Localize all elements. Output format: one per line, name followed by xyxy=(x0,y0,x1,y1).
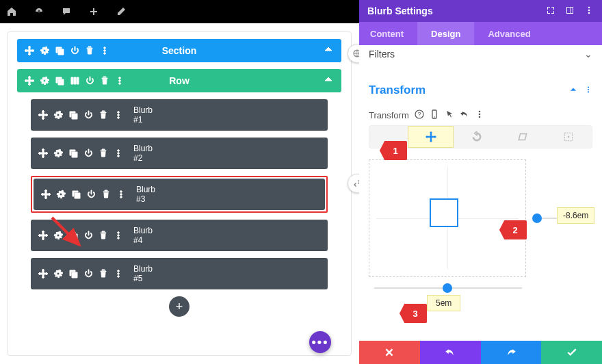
more-icon[interactable] xyxy=(113,148,124,159)
more-icon[interactable] xyxy=(113,268,124,279)
tab-content[interactable]: Content xyxy=(359,22,417,45)
module-item[interactable]: Blurb#3 xyxy=(31,176,328,213)
edit-icon[interactable] xyxy=(114,4,129,19)
x-offset-value[interactable]: -8.6em xyxy=(557,207,594,224)
move-icon[interactable] xyxy=(38,268,49,279)
gear-icon[interactable] xyxy=(39,75,50,86)
row-bar[interactable]: Row xyxy=(17,69,341,92)
slider-thumb[interactable] xyxy=(443,283,452,293)
tab-design[interactable]: Design xyxy=(417,22,474,45)
move-icon[interactable] xyxy=(24,45,35,56)
expand-icon[interactable] xyxy=(546,5,555,17)
transform-heading: Transform xyxy=(369,83,426,97)
columns-icon[interactable] xyxy=(69,75,80,86)
trash-icon[interactable] xyxy=(98,148,109,159)
undo-button[interactable] xyxy=(420,341,481,364)
duplicate-icon[interactable] xyxy=(68,109,79,120)
dock-icon[interactable] xyxy=(565,5,575,17)
more-icon[interactable] xyxy=(99,45,110,56)
gear-icon[interactable] xyxy=(39,45,50,56)
module-item[interactable]: Blurb#1 xyxy=(31,99,328,131)
move-icon[interactable] xyxy=(24,75,35,86)
trash-icon[interactable] xyxy=(98,230,109,241)
more-icon[interactable] xyxy=(584,5,594,17)
power-icon[interactable] xyxy=(83,230,94,241)
power-icon[interactable] xyxy=(86,189,96,200)
save-button[interactable] xyxy=(541,341,602,364)
power-icon[interactable] xyxy=(83,109,94,120)
module-bar[interactable]: Blurb#4 xyxy=(31,220,328,251)
power-icon[interactable] xyxy=(84,75,95,86)
builder-menu-button[interactable]: ••• xyxy=(309,331,331,353)
collapse-icon[interactable] xyxy=(324,44,333,57)
duplicate-icon[interactable] xyxy=(54,45,65,56)
more-icon[interactable] xyxy=(116,189,127,200)
add-module-button[interactable]: + xyxy=(169,296,189,317)
discard-button[interactable] xyxy=(359,341,420,364)
home-icon[interactable] xyxy=(4,4,19,19)
module-bar[interactable]: Blurb#5 xyxy=(31,258,328,289)
module-bar[interactable]: Blurb#2 xyxy=(31,138,328,169)
power-icon[interactable] xyxy=(83,268,94,279)
hover-icon[interactable] xyxy=(445,109,454,121)
responsive-icon[interactable] xyxy=(430,109,439,121)
duplicate-icon[interactable] xyxy=(68,148,79,159)
gear-icon[interactable] xyxy=(53,230,64,241)
trash-icon[interactable] xyxy=(99,75,110,86)
move-icon[interactable] xyxy=(38,148,49,159)
transform-canvas[interactable] xyxy=(369,159,526,277)
power-icon[interactable] xyxy=(83,148,94,159)
transform-type-tabs xyxy=(369,125,592,148)
comment-icon[interactable] xyxy=(59,4,74,19)
gear-icon[interactable] xyxy=(53,268,64,279)
duplicate-icon[interactable] xyxy=(70,189,81,200)
module-bar[interactable]: Blurb#3 xyxy=(34,179,325,210)
reset-icon[interactable] xyxy=(460,109,469,121)
transform-handle-square[interactable] xyxy=(430,198,458,227)
y-offset-slider[interactable] xyxy=(374,281,522,295)
duplicate-icon[interactable] xyxy=(68,230,79,241)
help-icon[interactable] xyxy=(415,109,424,121)
builder-shell: Section Row xyxy=(7,31,352,356)
trash-icon[interactable] xyxy=(84,45,95,56)
move-icon[interactable] xyxy=(38,109,49,120)
module-item[interactable]: Blurb#4 xyxy=(31,220,328,251)
slider-thumb[interactable] xyxy=(532,213,542,223)
duplicate-icon[interactable] xyxy=(68,268,79,279)
trash-icon[interactable] xyxy=(98,109,109,120)
chevron-up-icon[interactable] xyxy=(569,84,577,96)
move-icon[interactable] xyxy=(38,230,49,241)
trash-icon[interactable] xyxy=(101,189,112,200)
more-icon[interactable] xyxy=(113,230,124,241)
more-icon[interactable] xyxy=(584,84,592,96)
module-item[interactable]: Blurb#2 xyxy=(31,138,328,169)
dashboard-icon[interactable] xyxy=(31,4,47,19)
module-bar[interactable]: Blurb#1 xyxy=(31,99,328,131)
power-icon[interactable] xyxy=(69,45,80,56)
move-icon[interactable] xyxy=(40,189,51,200)
section-bar[interactable]: Section xyxy=(17,39,341,62)
more-icon[interactable] xyxy=(475,109,484,121)
more-icon[interactable] xyxy=(114,75,125,86)
gear-icon[interactable] xyxy=(53,148,64,159)
redo-button[interactable] xyxy=(481,341,542,364)
transform-skew-tab[interactable] xyxy=(500,126,546,148)
more-icon[interactable] xyxy=(113,109,124,120)
transform-origin-tab[interactable] xyxy=(546,126,592,148)
trash-icon[interactable] xyxy=(98,268,109,279)
builder-area: Section Row xyxy=(0,23,358,364)
add-icon[interactable] xyxy=(86,4,101,19)
gear-icon[interactable] xyxy=(53,109,64,120)
gear-icon[interactable] xyxy=(55,189,66,200)
tab-advanced[interactable]: Advanced xyxy=(474,22,544,45)
transform-section-header[interactable]: Transform xyxy=(369,83,592,97)
settings-panel: Blurb Settings Content Design Advanced F… xyxy=(359,0,602,364)
filters-section[interactable]: Filters ⌄ xyxy=(369,45,592,63)
transform-rotate-tab[interactable] xyxy=(454,126,499,148)
collapse-icon[interactable] xyxy=(324,75,333,87)
module-item[interactable]: Blurb#5 xyxy=(31,258,328,289)
transform-translate-tab[interactable] xyxy=(408,126,454,148)
transform-canvas-area: -8.6em 5em xyxy=(369,159,592,277)
duplicate-icon[interactable] xyxy=(54,75,65,86)
y-offset-value[interactable]: 5em xyxy=(427,295,460,311)
